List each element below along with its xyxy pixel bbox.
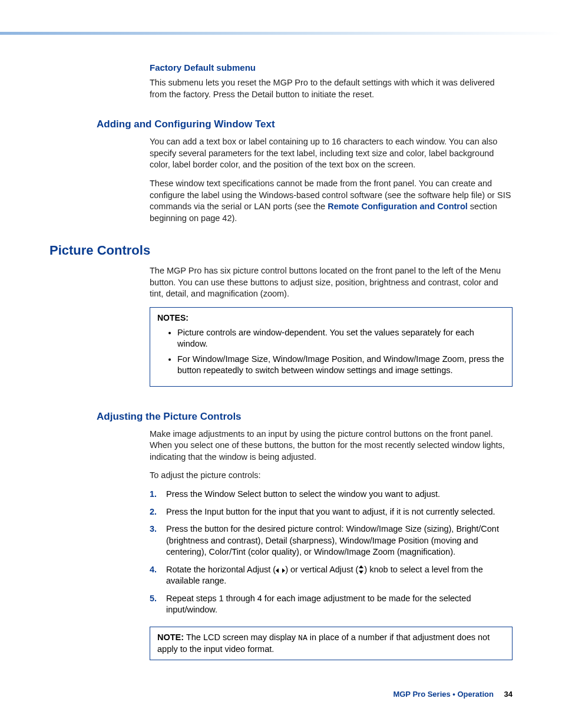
- note-box-single: NOTE: The LCD screen may display NA in p…: [150, 627, 513, 660]
- note-item: Picture controls are window-dependent. Y…: [177, 327, 505, 350]
- text-fragment: Rotate the horizontal Adjust (: [166, 565, 276, 574]
- paragraph-picture-controls-1: The MGP Pro has six picture control butt…: [150, 265, 513, 300]
- page-content: Factory Default submenu This submenu let…: [0, 0, 562, 660]
- horizontal-adjust-icon: [276, 568, 285, 574]
- svg-marker-3: [359, 571, 363, 574]
- paragraph-window-text-2: These window text specifications cannot …: [150, 178, 513, 224]
- footer-title: MGP Pro Series • Operation: [393, 690, 493, 699]
- note-item: For Window/Image Size, Window/Image Posi…: [177, 354, 505, 377]
- svg-marker-2: [359, 565, 363, 568]
- paragraph-window-text-1: You can add a text box or label containi…: [150, 136, 513, 171]
- note-label: NOTE:: [157, 633, 184, 642]
- paragraph-adjusting-lead: To adjust the picture controls:: [150, 470, 513, 482]
- text-fragment: ) or vertical Adjust (: [285, 565, 358, 574]
- step-4: Rotate the horizontal Adjust () or verti…: [150, 564, 513, 587]
- heading-adjusting-picture-controls: Adjusting the Picture Controls: [97, 410, 513, 424]
- svg-marker-0: [276, 568, 279, 573]
- page-footer: MGP Pro Series • Operation 34: [393, 689, 513, 700]
- step-3: Press the button for the desired picture…: [150, 523, 513, 558]
- vertical-adjust-icon: [358, 565, 364, 574]
- paragraph-adjusting-1: Make image adjustments to an input by us…: [150, 429, 513, 463]
- step-2: Press the Input button for the input tha…: [150, 506, 513, 518]
- heading-factory-default: Factory Default submenu: [150, 62, 513, 74]
- steps-list: Press the Window Select button to select…: [150, 489, 513, 616]
- na-text: NA: [298, 634, 308, 643]
- heading-window-text: Adding and Configuring Window Text: [97, 118, 513, 131]
- paragraph-factory-default: This submenu lets you reset the MGP Pro …: [150, 77, 513, 100]
- text-fragment: The LCD screen may display: [186, 633, 298, 642]
- notes-box: NOTES: Picture controls are window-depen…: [150, 307, 513, 387]
- notes-label: NOTES:: [157, 312, 505, 324]
- link-remote-config[interactable]: Remote Configuration and Control: [328, 202, 468, 211]
- heading-picture-controls: Picture Controls: [49, 242, 513, 259]
- top-gradient-bar: [0, 32, 562, 35]
- step-1: Press the Window Select button to select…: [150, 489, 513, 500]
- step-5: Repeat steps 1 through 4 for each image …: [150, 593, 513, 616]
- footer-page-number: 34: [504, 690, 513, 699]
